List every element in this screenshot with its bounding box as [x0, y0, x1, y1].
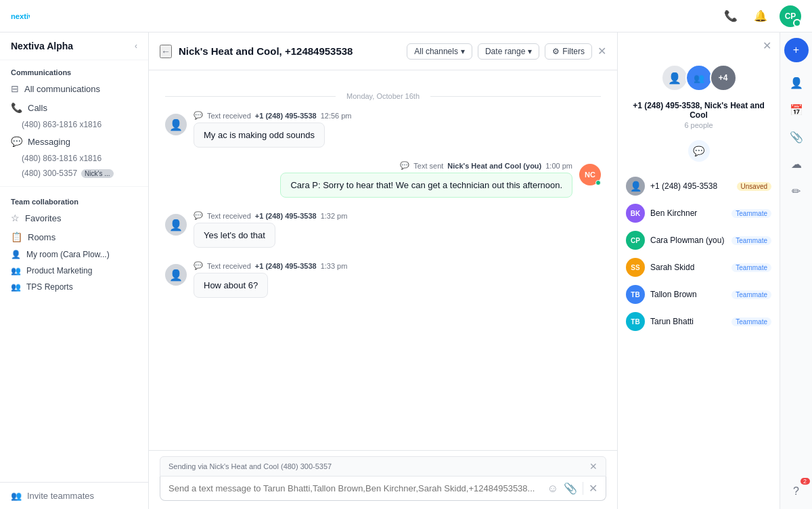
myroom-label: My room (Cara Plow...) [26, 250, 110, 259]
filters-label: Filters [562, 47, 585, 56]
cloud-icon-btn[interactable]: ☁ [784, 152, 809, 176]
person-name-5: Tarun Bhatti [650, 317, 694, 326]
msg-content: 💬 Text received +1 (248) 495-3538 12:56 … [194, 111, 601, 148]
invite-label: Invite teammates [27, 491, 94, 501]
input-icons: ☺ 📎 [547, 482, 577, 495]
room-item-myroom[interactable]: 👤 My room (Cara Plow...) [0, 246, 148, 263]
chat-area: ← Nick's Heat and Cool, +12484953538 All… [149, 32, 617, 509]
msg-type: Text received [207, 112, 251, 120]
msg-meta: 💬 Text received +1 (248) 495-3538 12:56 … [194, 111, 601, 120]
invite-teammates-btn[interactable]: 👥 Invite teammates [0, 482, 148, 509]
message-group: 👤 💬 Text received +1 (248) 495-3538 1:33… [165, 261, 601, 298]
communications-label: Communications [0, 60, 148, 79]
msg-bubble-3: Yes let's do that [194, 223, 275, 248]
date-range-btn[interactable]: Date range ▾ [478, 43, 539, 60]
all-channels-btn[interactable]: All channels ▾ [407, 43, 472, 60]
right-panel: ✕ 👤 👥 +4 +1 (248) 495-3538, Nick's Heat … [617, 32, 780, 509]
msg-time: 12:56 pm [321, 112, 352, 120]
message-input-row[interactable]: ☺ 📎 ✕ [160, 477, 606, 501]
sidebar-item-messaging[interactable]: 💬 Messaging [0, 132, 148, 151]
person-badge-5: Teammate [731, 317, 771, 326]
person-name-2: Cara Plowman (you) [650, 236, 724, 245]
back-button[interactable]: ← [160, 45, 172, 58]
person-row: CP Cara Plowman (you) Teammate [618, 227, 780, 254]
person-icon-btn[interactable]: 👤 [784, 70, 809, 95]
sidebar-item-rooms[interactable]: 📋 Rooms [0, 227, 148, 246]
chat-close-btn[interactable]: ✕ [597, 45, 606, 58]
room-item-productmarketing[interactable]: 👥 Product Marketing [0, 263, 148, 279]
msg-sender-sent: Nick's Heat and Cool (you) [447, 162, 541, 170]
sent-avatar-initials: NC [585, 171, 595, 179]
all-comms-label: All communications [24, 84, 100, 94]
person-badge-4: Teammate [731, 290, 771, 299]
logo: nextiva [11, 7, 30, 26]
person-badge-1: Teammate [731, 209, 771, 218]
msg-icon: 💬 [400, 161, 409, 170]
person-name-0: +1 (248) 495-3538 [650, 181, 717, 191]
icon-bar: + 👤 📅 📎 ☁ ✏ ? 2 [780, 32, 812, 509]
sidebar-item-all-communications[interactable]: ⊟ All communications [0, 79, 148, 98]
sidebar-collapse-btn[interactable]: ‹ [135, 41, 137, 51]
person-badge-2: Teammate [731, 236, 771, 245]
messaging-sub-item-2[interactable]: (480) 300-5357 Nick's ... [0, 166, 148, 181]
person-left: SS Sarah Skidd [626, 258, 694, 277]
help-badge: 2 [800, 478, 810, 485]
chat-text-input[interactable] [168, 483, 542, 493]
myroom-icon: 👤 [11, 250, 21, 259]
msg-bubble-sent: Cara P: Sorry to hear that! We can get a… [280, 173, 572, 198]
help-icon: ? [793, 485, 799, 497]
person-avatar-tb: TB [626, 285, 645, 304]
help-btn[interactable]: ? 2 [784, 479, 809, 504]
close-sending-via-btn[interactable]: ✕ [589, 461, 597, 472]
notifications-btn[interactable]: 🔔 [750, 5, 771, 27]
paperclip-icon-btn[interactable]: 📎 [784, 125, 809, 149]
sidebar-item-favorites[interactable]: ☆ Favorites [0, 208, 148, 227]
message-icon-circle[interactable]: 💬 [688, 140, 710, 162]
person-row: 👤 +1 (248) 495-3538 Unsaved [618, 173, 780, 200]
msg-avatar-sent: NC [579, 164, 601, 185]
all-comms-icon: ⊟ [11, 83, 19, 94]
messaging-sub-item-1[interactable]: (480) 863-1816 x1816 [0, 151, 148, 166]
user-avatar-btn[interactable]: CP [780, 5, 801, 27]
sending-via-text: Sending via Nick's Heat and Cool (480) 3… [168, 462, 332, 470]
person-name-4: Tallon Brown [650, 290, 697, 299]
person-badge-0: Unsaved [737, 182, 771, 191]
date-range-label: Date range [485, 47, 525, 56]
chat-title: Nick's Heat and Cool, +12484953538 [179, 45, 353, 57]
msg-sender-3: +1 (248) 495-3538 [255, 212, 317, 220]
message-group: NC 💬 Text sent Nick's Heat and Cool (you… [165, 161, 601, 198]
team-collab-label: Team collaboration [0, 192, 148, 208]
tpsreports-label: TPS Reports [26, 282, 73, 292]
person-avatar-tbu: TB [626, 312, 645, 331]
attach-btn[interactable]: 📎 [564, 482, 577, 495]
new-conversation-btn[interactable]: + [784, 38, 809, 62]
sidebar-item-calls[interactable]: 📞 Calls [0, 98, 148, 117]
room-item-tpsreports[interactable]: 👥 TPS Reports [0, 279, 148, 295]
emoji-btn[interactable]: ☺ [547, 483, 558, 495]
calls-sub-item-1[interactable]: (480) 863-1816 x1816 [0, 117, 148, 132]
close-input-btn[interactable]: ✕ [583, 482, 597, 495]
person-avatar-ss: SS [626, 258, 645, 277]
tpsreports-icon: 👥 [11, 282, 21, 292]
sidebar-title: Nextiva Alpha [11, 41, 73, 51]
contact-message-icon: 💬 [618, 135, 780, 167]
top-nav-right: 📞 🔔 CP [720, 5, 801, 27]
message-group: 👤 💬 Text received +1 (248) 495-3538 12:5… [165, 111, 601, 148]
main-layout: Nextiva Alpha ‹ Communications ⊟ All com… [0, 32, 812, 509]
date-range-chevron-icon: ▾ [528, 47, 532, 56]
chat-input-area: Sending via Nick's Heat and Cool (480) 3… [149, 450, 617, 509]
divider [0, 186, 148, 187]
phone-icon-btn[interactable]: 📞 [720, 5, 742, 27]
contact-avatar-plus: +4 [710, 64, 737, 91]
filters-btn[interactable]: ⚙ Filters [545, 43, 592, 60]
channel-chevron-icon: ▾ [461, 47, 465, 56]
msg-icon-3: 💬 [194, 211, 203, 220]
calls-label: Calls [28, 103, 47, 113]
messaging-icon: 💬 [11, 136, 22, 147]
calendar-icon-btn[interactable]: 📅 [784, 97, 809, 122]
invite-icon: 👥 [11, 491, 22, 501]
person-left: CP Cara Plowman (you) [626, 231, 724, 250]
right-panel-close-btn[interactable]: ✕ [763, 39, 771, 52]
pencil-icon-btn[interactable]: ✏ [784, 179, 809, 203]
msg-sender: +1 (248) 495-3538 [255, 112, 317, 120]
